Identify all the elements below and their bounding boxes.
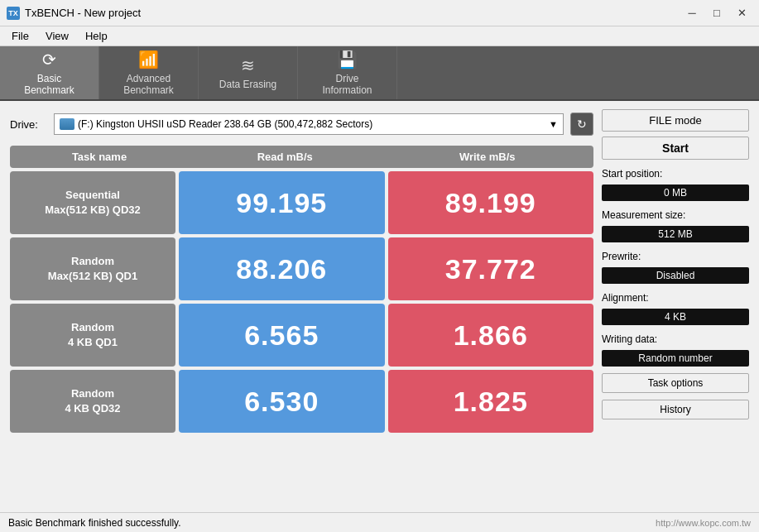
left-panel: Drive: (F:) Kingston UHSII uSD Reader 23… (10, 109, 593, 504)
close-button[interactable]: ✕ (731, 5, 752, 22)
dropdown-arrow-icon: ▼ (549, 119, 558, 129)
advanced-benchmark-icon: 📶 (138, 50, 159, 69)
menu-file[interactable]: File (7, 28, 34, 44)
header-task-name: Task name (17, 151, 182, 163)
status-bar: Basic Benchmark finished successfully. h… (0, 512, 759, 532)
history-button[interactable]: History (602, 400, 749, 419)
header-write: Write mB/s (388, 151, 588, 163)
read-value-1: 88.206 (179, 237, 385, 300)
writing-data-value: Random number (602, 350, 749, 367)
task-options-button[interactable]: Task options (602, 373, 749, 393)
measurement-size-value: 512 MB (602, 226, 749, 242)
start-position-label: Start position: (602, 168, 749, 180)
advanced-benchmark-label: AdvancedBenchmark (123, 73, 174, 97)
refresh-icon: ↻ (577, 117, 587, 131)
read-value-3: 6.530 (179, 370, 385, 433)
window-title: TxBENCH - New project (25, 7, 141, 19)
data-erasing-label: Data Erasing (219, 79, 276, 90)
read-value-2: 6.565 (179, 304, 385, 367)
table-header: Task name Read mB/s Write mB/s (10, 146, 593, 168)
drive-icon (60, 118, 74, 130)
title-bar: TX TxBENCH - New project ─ □ ✕ (0, 0, 759, 26)
basic-benchmark-icon: ⟳ (42, 50, 56, 69)
start-position-value: 0 MB (602, 185, 749, 201)
app-icon: TX (7, 7, 20, 20)
task-label-3: Random4 KB QD32 (10, 370, 175, 433)
task-label-0: SequentialMax(512 KB) QD32 (10, 171, 175, 234)
task-label-2: Random4 KB QD1 (10, 304, 175, 367)
toolbar-advanced-benchmark[interactable]: 📶 AdvancedBenchmark (99, 46, 199, 99)
read-value-0: 99.195 (179, 171, 385, 234)
header-read: Read mB/s (185, 151, 385, 163)
drive-refresh-button[interactable]: ↻ (570, 113, 593, 136)
maximize-button[interactable]: □ (706, 5, 728, 22)
task-label-1: RandomMax(512 KB) QD1 (10, 237, 175, 300)
data-erasing-icon: ≋ (241, 55, 255, 75)
drive-selected-text: (F:) Kingston UHSII uSD Reader 238.64 GB… (78, 118, 372, 130)
prewrite-label: Prewrite: (602, 251, 749, 262)
title-bar-left: TX TxBENCH - New project (7, 7, 141, 20)
watermark-text: http://www.kopc.com.tw (656, 518, 751, 528)
start-button[interactable]: Start (602, 137, 749, 160)
table-row: Random4 KB QD1 6.565 1.866 (10, 304, 593, 367)
right-panel: FILE mode Start Start position: 0 MB Mea… (602, 109, 749, 504)
prewrite-value: Disabled (602, 267, 749, 284)
drive-label: Drive: (10, 118, 47, 131)
drive-selector[interactable]: (F:) Kingston UHSII uSD Reader 238.64 GB… (54, 113, 564, 135)
table-row: Random4 KB QD32 6.530 1.825 (10, 370, 593, 433)
minimize-button[interactable]: ─ (681, 5, 703, 22)
measurement-size-label: Measurement size: (602, 209, 749, 221)
table-row: SequentialMax(512 KB) QD32 99.195 89.199 (10, 171, 593, 234)
write-value-1: 37.772 (388, 237, 594, 300)
main-content: Drive: (F:) Kingston UHSII uSD Reader 23… (0, 101, 759, 512)
toolbar-drive-information[interactable]: 💾 DriveInformation (298, 46, 397, 99)
toolbar: ⟳ BasicBenchmark 📶 AdvancedBenchmark ≋ D… (0, 46, 759, 101)
write-value-3: 1.825 (388, 370, 594, 433)
title-bar-controls: ─ □ ✕ (681, 5, 752, 22)
basic-benchmark-label: BasicBenchmark (24, 73, 74, 97)
drive-row: Drive: (F:) Kingston UHSII uSD Reader 23… (10, 109, 593, 139)
menu-help[interactable]: Help (80, 28, 113, 44)
status-message: Basic Benchmark finished successfully. (8, 517, 181, 529)
write-value-0: 89.199 (388, 171, 594, 234)
drive-information-icon: 💾 (337, 50, 358, 69)
toolbar-data-erasing[interactable]: ≋ Data Erasing (199, 46, 298, 99)
file-mode-button[interactable]: FILE mode (602, 109, 749, 132)
menu-bar: File View Help (0, 26, 759, 46)
menu-view[interactable]: View (41, 28, 74, 44)
alignment-value: 4 KB (602, 309, 749, 325)
drive-information-label: DriveInformation (322, 73, 372, 97)
benchmark-table: Task name Read mB/s Write mB/s Sequentia… (10, 146, 593, 504)
status-bar-right: http://www.kopc.com.tw (656, 518, 751, 528)
write-value-2: 1.866 (388, 304, 594, 367)
alignment-label: Alignment: (602, 292, 749, 304)
toolbar-basic-benchmark[interactable]: ⟳ BasicBenchmark (0, 46, 99, 99)
table-row: RandomMax(512 KB) QD1 88.206 37.772 (10, 237, 593, 300)
writing-data-label: Writing data: (602, 333, 749, 345)
